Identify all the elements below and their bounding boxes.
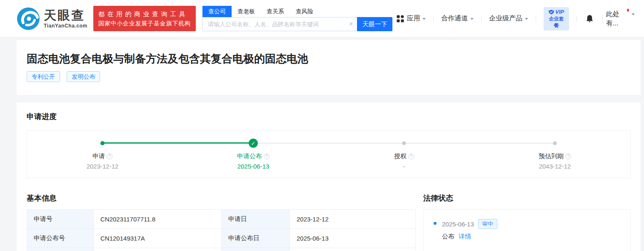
basic-info-heading: 基本信息 — [27, 193, 415, 204]
search-tabs: 查公司 查老板 查关系 查风险 — [202, 6, 393, 17]
nav-item-enterprise[interactable]: 企业级产品 — [489, 14, 528, 23]
cell-value — [290, 248, 416, 251]
help-icon[interactable]: ? — [565, 154, 571, 159]
timeline-steps: 申请? 2023-12-12 申请公布? 2025-06-13 授权? - 预估… — [27, 131, 630, 171]
cell-label: 申请号 — [27, 210, 94, 229]
search-tab-risk[interactable]: 查风险 — [290, 6, 319, 17]
chevron-down-icon — [422, 18, 426, 20]
cell-value: 2025-06-13 — [290, 229, 416, 248]
check-icon: ✓ — [251, 140, 256, 147]
cell-label: 申请公布号 — [27, 229, 94, 248]
help-icon[interactable]: ? — [264, 154, 270, 159]
user-label: 此处有... — [606, 10, 626, 28]
header-nav: 应用 合作通道 企业级产品 VIP 企业套餐 — [392, 7, 635, 30]
vip-line2: 企业套餐 — [548, 15, 564, 29]
header: 天眼查 TianYanCha.com 都在用的商业查询工具 国家中小企业发展子基… — [0, 0, 644, 37]
search-input-wrap: × — [202, 17, 357, 31]
search-tab-relation[interactable]: 查关系 — [261, 6, 290, 17]
progress-heading: 申请进度 — [27, 112, 631, 122]
vip-line1: VIP — [548, 9, 564, 15]
info-columns: 基本信息 申请号 CN202311707711.8 申请日 2023-12-12… — [27, 193, 631, 251]
application-progress-timeline: ✓ 申请? 2023-12-12 申请公布? 2025-06-13 授权? — [27, 130, 631, 178]
search-input[interactable] — [202, 17, 357, 31]
nav-apps-label: 应用 — [407, 14, 420, 23]
timeline-node-published: ✓ — [249, 139, 258, 148]
notification-red-dot-icon — [627, 9, 629, 12]
legal-status-heading: 法律状态 — [423, 193, 631, 204]
basic-info-section: 基本信息 申请号 CN202311707711.8 申请日 2023-12-12… — [27, 193, 415, 251]
legal-entry-line1: 2025-06-13 审中 — [442, 219, 497, 229]
search-tab-boss[interactable]: 查老板 — [232, 6, 261, 17]
cell-label — [27, 248, 94, 251]
legal-status-section: 法律状态 2025-06-13 审中 公布 详 — [423, 193, 631, 251]
search-tab-company[interactable]: 查公司 — [202, 6, 232, 17]
patent-detail-card: 申请进度 ✓ 申请? 2023-12-12 申请公布? — [17, 102, 641, 251]
step-date: 2043-12-12 — [479, 162, 630, 171]
step-date: 2023-12-12 — [27, 162, 178, 171]
cell-value: CN120149317A — [94, 229, 222, 248]
timeline-step-granted: 授权? - — [329, 152, 479, 171]
cell-label — [222, 248, 290, 251]
main-content: 固态电池复合电极与制备方法及包含其复合电极的固态电池 专利公开 发明公布 申请进… — [0, 37, 644, 251]
legal-date: 2025-06-13 — [442, 221, 474, 228]
step-label: 申请? — [27, 152, 178, 161]
table-row: 申请公布号 CN120149317A 申请公布日 2025-06-13 — [27, 229, 416, 248]
nav-channel-label: 合作通道 — [441, 14, 468, 23]
user-menu[interactable]: 此处有... — [606, 10, 635, 28]
nav-divider — [536, 15, 536, 22]
chevron-down-icon — [470, 18, 474, 20]
search-button[interactable]: 天眼一下 — [357, 17, 392, 31]
page: 天眼查 TianYanCha.com 都在用的商业查询工具 国家中小企业发展子基… — [0, 0, 644, 251]
nav-item-channel[interactable]: 合作通道 — [441, 14, 474, 23]
nav-item-apps[interactable]: 应用 — [397, 14, 426, 23]
step-label: 预估到期? — [479, 152, 630, 161]
step-date: - — [329, 162, 479, 171]
tag-invention-publication: 发明公布 — [67, 71, 100, 82]
cell-label: 申请日 — [222, 210, 290, 229]
timeline-step-published: 申请公布? 2025-06-13 — [178, 152, 329, 171]
chevron-down-icon — [632, 13, 635, 15]
help-icon[interactable]: ? — [408, 154, 414, 159]
timeline-node-apply — [100, 141, 105, 145]
legal-event: 公布 — [442, 233, 454, 240]
apps-grid-icon — [397, 15, 404, 22]
logo-text: 天眼查 TianYanCha.com — [44, 9, 87, 29]
nav-divider — [602, 15, 603, 22]
brand-domain: TianYanCha.com — [44, 23, 87, 29]
nav-divider — [577, 15, 577, 22]
promo-slogan-line1: 都在用的商业查询工具 — [98, 9, 191, 19]
detail-link[interactable]: 详情 — [459, 233, 471, 240]
cell-value: 2023-12-12 — [290, 210, 416, 229]
patent-title-card: 固态电池复合电极与制备方法及包含其复合电极的固态电池 专利公开 发明公布 — [17, 40, 641, 95]
vip-shield-icon — [549, 10, 554, 15]
timeline-step-apply: 申请? 2023-12-12 — [27, 152, 178, 171]
legal-entry-line2: 公布 详情 — [442, 233, 497, 241]
patent-tags: 专利公开 发明公布 — [27, 71, 631, 82]
bullet-dot-icon — [434, 222, 437, 225]
timeline-step-expiry: 预估到期? 2043-12-12 — [479, 152, 630, 171]
tianyancha-logo[interactable]: 天眼查 TianYanCha.com — [17, 7, 87, 30]
timeline-completed-segment — [102, 142, 253, 144]
vip-badge[interactable]: VIP 企业套餐 — [544, 7, 569, 30]
clear-icon[interactable]: × — [349, 21, 353, 27]
table-row-partial — [27, 248, 416, 251]
search-row: × 天眼一下 — [202, 17, 393, 31]
timeline-node-granted — [402, 142, 406, 145]
tag-patent-publication: 专利公开 — [27, 71, 60, 82]
nav-divider — [433, 15, 434, 22]
legal-status-box: 2025-06-13 审中 公布 详情 — [423, 209, 631, 251]
chevron-down-icon — [525, 18, 528, 20]
timeline-node-expiry — [553, 142, 557, 145]
step-label: 授权? — [329, 152, 479, 161]
step-date: 2025-06-13 — [178, 162, 329, 171]
table-row: 申请号 CN202311707711.8 申请日 2023-12-12 — [27, 210, 416, 229]
cell-value — [94, 248, 222, 251]
notification-bell-button[interactable] — [585, 14, 594, 23]
help-icon[interactable]: ? — [107, 154, 112, 159]
page-title: 固态电池复合电极与制备方法及包含其复合电极的固态电池 — [27, 52, 631, 66]
promo-banner: 都在用的商业查询工具 国家中小企业发展子基金旗下机构 — [93, 6, 196, 31]
status-badge: 审中 — [478, 219, 497, 229]
basic-info-table: 申请号 CN202311707711.8 申请日 2023-12-12 申请公布… — [27, 209, 416, 251]
nav-divider — [481, 15, 482, 22]
step-label: 申请公布? — [178, 152, 329, 161]
